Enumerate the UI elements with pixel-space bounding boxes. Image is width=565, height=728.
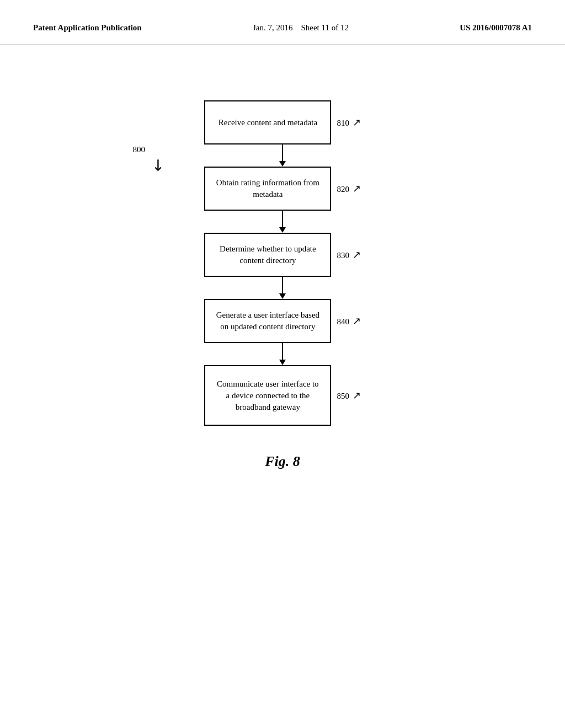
ref-800-arrow: ↘	[147, 154, 169, 176]
box-840: Generate a user interface based on updat…	[204, 299, 331, 343]
box-840-text: Generate a user interface based on updat…	[214, 309, 321, 333]
flow-item-820: Obtain rating information from metadata …	[204, 167, 360, 211]
arrow-head-3	[279, 293, 286, 299]
ref-810: 810 ↗	[337, 116, 360, 129]
arrow-2	[279, 211, 286, 233]
page-header: Patent Application Publication Jan. 7, 2…	[0, 0, 565, 45]
ref-800-number: 800	[132, 145, 145, 154]
ref-820: 820 ↗	[337, 183, 360, 195]
ref-850: 850 ↗	[337, 389, 360, 402]
arrow-line-2	[282, 211, 283, 227]
box-830: Determine whether to update content dire…	[204, 233, 331, 277]
arrow-3	[279, 277, 286, 299]
ref-800-label: 800	[132, 144, 145, 154]
flowchart: 800 ↘ Receive content and metadata 810 ↗	[204, 100, 360, 426]
arrow-1	[279, 144, 286, 167]
box-820: Obtain rating information from metadata	[204, 167, 331, 211]
header-patent-number: US 2016/0007078 A1	[460, 22, 532, 34]
header-date: Jan. 7, 2016	[253, 23, 293, 32]
header-publication-label: Patent Application Publication	[33, 22, 142, 34]
header-sheet: Sheet 11 of 12	[301, 23, 349, 32]
box-850-text: Communicate user interface to a device c…	[214, 378, 321, 413]
flow-item-830: Determine whether to update content dire…	[204, 233, 360, 277]
box-810: Receive content and metadata	[204, 100, 331, 144]
arrow-head-1	[279, 161, 286, 167]
box-820-text: Obtain rating information from metadata	[214, 177, 321, 200]
ref-840: 840 ↗	[337, 315, 360, 327]
arrow-4	[279, 343, 286, 365]
box-830-text: Determine whether to update content dire…	[214, 243, 321, 266]
box-810-text: Receive content and metadata	[218, 117, 318, 129]
patent-page: Patent Application Publication Jan. 7, 2…	[0, 0, 565, 728]
flow-item-850: Communicate user interface to a device c…	[204, 365, 360, 426]
arrow-head-4	[279, 360, 286, 365]
flow-item-810: Receive content and metadata 810 ↗	[204, 100, 360, 144]
flow-item-840: Generate a user interface based on updat…	[204, 299, 360, 343]
ref-830: 830 ↗	[337, 249, 360, 261]
arrow-head-2	[279, 227, 286, 233]
figure-caption: Fig. 8	[265, 453, 300, 470]
box-850: Communicate user interface to a device c…	[204, 365, 331, 426]
arrow-line-4	[282, 343, 283, 360]
header-date-sheet: Jan. 7, 2016 Sheet 11 of 12	[253, 22, 349, 34]
main-content: 800 ↘ Receive content and metadata 810 ↗	[0, 45, 565, 492]
arrow-line-3	[282, 277, 283, 293]
arrow-line-1	[282, 144, 283, 161]
